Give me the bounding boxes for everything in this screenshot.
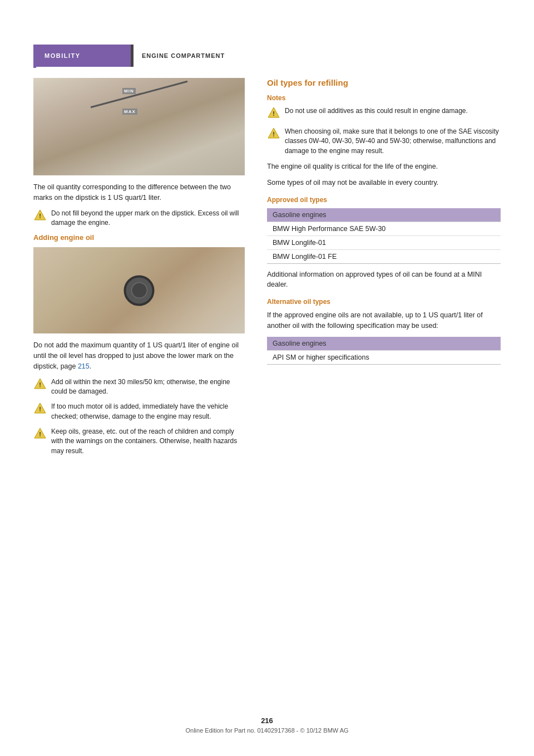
svg-text:!: ! bbox=[39, 431, 41, 438]
min-label: MIN bbox=[122, 88, 136, 94]
note-2-text: When choosing oil, make sure that it bel… bbox=[285, 127, 501, 156]
svg-text:!: ! bbox=[39, 406, 41, 413]
approved-footer-text: Additional information on approved types… bbox=[267, 269, 501, 291]
warning-icon-2: ! bbox=[33, 377, 48, 392]
page-footer: 216 Online Edition for Part no. 01402917… bbox=[0, 716, 534, 734]
svg-text:!: ! bbox=[39, 381, 41, 388]
left-column: MIN MAX The oil quantity corresponding t… bbox=[33, 78, 245, 462]
warning-too-much-oil: ! If too much motor oil is added, immedi… bbox=[33, 402, 245, 421]
dipstick-description: The oil quantity corresponding to the di… bbox=[33, 182, 245, 203]
page-number: 216 bbox=[261, 716, 273, 725]
oil-cap-inner bbox=[131, 282, 147, 299]
warning-keep-away: ! Keep oils, grease, etc. out of the rea… bbox=[33, 427, 245, 456]
notes-label: Notes bbox=[267, 94, 501, 102]
header-bar: MOBILITY ENGINE COMPARTMENT bbox=[36, 45, 503, 67]
section-label: ENGINE COMPARTMENT bbox=[134, 45, 233, 67]
page-container: MOBILITY ENGINE COMPARTMENT MIN MAX The … bbox=[0, 0, 534, 756]
content-area: MIN MAX The oil quantity corresponding t… bbox=[0, 0, 534, 462]
warning-2-text: Add oil within the next 30 miles/50 km; … bbox=[51, 377, 245, 397]
approved-row-1: BMW High Performance SAE 5W-30 bbox=[267, 222, 501, 235]
alternative-oil-types-label: Alternative oil types bbox=[267, 298, 501, 306]
dipstick-image: MIN MAX bbox=[33, 78, 245, 175]
oil-types-title: Oil types for refilling bbox=[267, 78, 501, 87]
approved-row-3: BMW Longlife-01 FE bbox=[267, 249, 501, 263]
engine-oil-text: Do not add the maximum quantity of 1 US … bbox=[33, 340, 245, 371]
warning-icon-1: ! bbox=[33, 209, 48, 224]
warning-1-text: Do not fill beyond the upper mark on the… bbox=[51, 209, 245, 228]
page-215-link[interactable]: 215 bbox=[78, 362, 90, 370]
engine-oil-quality-text: The engine oil quality is critical for t… bbox=[267, 161, 501, 172]
svg-text:!: ! bbox=[273, 131, 275, 138]
warning-3-text: If too much motor oil is added, immediat… bbox=[51, 402, 245, 421]
warning-4-text: Keep oils, grease, etc. out of the reach… bbox=[51, 427, 245, 456]
svg-text:!: ! bbox=[273, 110, 275, 117]
oil-availability-text: Some types of oil may not be available i… bbox=[267, 178, 501, 188]
alternative-table-header-row: Gasoline engines bbox=[267, 337, 501, 351]
mobility-tab: MOBILITY bbox=[36, 45, 131, 67]
warning-add-oil: ! Add oil within the next 30 miles/50 km… bbox=[33, 377, 245, 397]
approved-table-header-row: Gasoline engines bbox=[267, 208, 501, 222]
note-icon-2: ! bbox=[267, 127, 281, 142]
approved-oil-types-label: Approved oil types bbox=[267, 196, 501, 204]
note-icon-1: ! bbox=[267, 106, 281, 121]
adding-engine-oil-title: Adding engine oil bbox=[33, 233, 245, 242]
note-1-text: Do not use oil additives as this could r… bbox=[285, 106, 468, 116]
engine-image-2 bbox=[33, 247, 245, 333]
svg-text:!: ! bbox=[39, 213, 41, 219]
right-column: Oil types for refilling Notes ! Do not u… bbox=[261, 78, 501, 462]
oil-cap-circle bbox=[124, 275, 155, 306]
footer-copyright: Online Edition for Part no. 01402917368 … bbox=[185, 727, 348, 734]
approved-oil-table: Gasoline engines BMW High Performance SA… bbox=[267, 208, 501, 264]
approved-oil-2: BMW Longlife-01 bbox=[267, 235, 501, 249]
mobility-label: MOBILITY bbox=[44, 52, 81, 59]
approved-oil-1: BMW High Performance SAE 5W-30 bbox=[267, 222, 501, 235]
alternative-oil-table: Gasoline engines API SM or higher specif… bbox=[267, 337, 501, 365]
alternative-oil-1: API SM or higher specifications bbox=[267, 350, 501, 364]
alternative-intro-text: If the approved engine oils are not avai… bbox=[267, 310, 501, 331]
alternative-gasoline-header: Gasoline engines bbox=[267, 337, 501, 351]
approved-oil-3: BMW Longlife-01 FE bbox=[267, 249, 501, 263]
max-label: MAX bbox=[122, 109, 137, 115]
approved-row-2: BMW Longlife-01 bbox=[267, 235, 501, 249]
alternative-row-1: API SM or higher specifications bbox=[267, 350, 501, 364]
note-2: ! When choosing oil, make sure that it b… bbox=[267, 127, 501, 156]
warning-icon-4: ! bbox=[33, 427, 48, 442]
warning-icon-3: ! bbox=[33, 402, 48, 417]
warning-no-overfill: ! Do not fill beyond the upper mark on t… bbox=[33, 209, 245, 228]
dipstick-image-bg bbox=[33, 78, 245, 175]
approved-gasoline-header: Gasoline engines bbox=[267, 208, 501, 222]
note-1: ! Do not use oil additives as this could… bbox=[267, 106, 501, 121]
